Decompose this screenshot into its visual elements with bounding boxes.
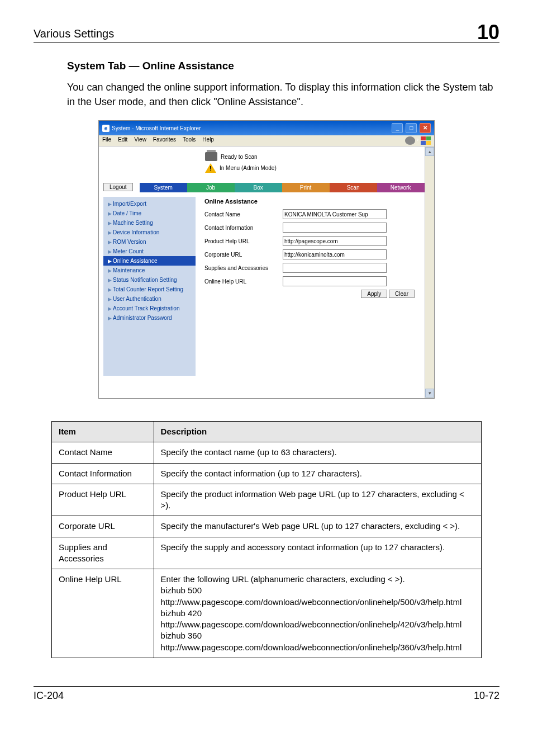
window-title: System - Microsoft Internet Explorer — [112, 125, 201, 131]
maximize-button[interactable]: □ — [406, 123, 417, 133]
menu-favorites[interactable]: Favorites — [153, 136, 176, 145]
label-product-help-url: Product Help URL — [204, 238, 283, 244]
input-supplies-accessories[interactable] — [283, 263, 387, 273]
sidebar-item-rom-version[interactable]: ▶ROM Version — [103, 237, 196, 247]
input-contact-name[interactable] — [283, 209, 387, 219]
sidebar-item-total-counter-report[interactable]: ▶Total Counter Report Setting — [103, 285, 196, 294]
label-contact-information: Contact Information — [204, 225, 283, 231]
tab-print[interactable]: Print — [282, 183, 330, 192]
cell-desc: Specify the manufacturer's Web page URL … — [154, 516, 481, 537]
footer-right: 10-72 — [474, 690, 499, 702]
sidebar-item-maintenance[interactable]: ▶Maintenance — [103, 266, 196, 275]
header-left: Various Settings — [34, 27, 114, 42]
table-row: Online Help URL Enter the following URL … — [52, 569, 482, 658]
sidebar-item-admin-password[interactable]: ▶Administrator Password — [103, 313, 196, 323]
input-corporate-url[interactable] — [283, 249, 387, 259]
cell-item: Corporate URL — [52, 516, 154, 537]
cell-desc: Specify the contact name (up to 63 chara… — [154, 442, 481, 463]
screenshot-window: e System - Microsoft Internet Explorer _… — [98, 120, 435, 399]
label-corporate-url: Corporate URL — [204, 252, 283, 258]
page-footer: IC-204 10-72 — [34, 686, 499, 702]
cell-item: Product Help URL — [52, 484, 154, 516]
content-heading: Online Assistance — [204, 198, 417, 205]
sidebar-item-device-information[interactable]: ▶Device Information — [103, 228, 196, 237]
label-online-help-url: Online Help URL — [204, 278, 283, 285]
section-intro: You can changed the online support infor… — [67, 80, 499, 109]
input-online-help-url[interactable] — [283, 276, 387, 286]
description-table: Item Description Contact Name Specify th… — [51, 421, 482, 658]
input-contact-information[interactable] — [283, 223, 387, 233]
cell-item: Online Help URL — [52, 569, 154, 658]
sidebar: ▶Import/Export ▶Date / Time ▶Machine Set… — [103, 197, 196, 376]
titlebar: e System - Microsoft Internet Explorer _… — [99, 121, 434, 135]
cell-desc: Enter the following URL (alphanumeric ch… — [154, 569, 481, 658]
scrollbar[interactable]: ▴ ▾ — [425, 147, 434, 398]
warning-icon — [205, 163, 216, 173]
cell-desc: Specify the product information Web page… — [154, 484, 481, 516]
sidebar-item-machine-setting[interactable]: ▶Machine Setting — [103, 218, 196, 228]
logout-button[interactable]: Logout — [103, 183, 133, 191]
input-product-help-url[interactable] — [283, 236, 387, 246]
cell-item: Supplies and Accessories — [52, 537, 154, 569]
page-header: Various Settings 10 — [34, 22, 499, 43]
cell-desc: Specify the supply and accessory contact… — [154, 537, 481, 569]
th-item: Item — [52, 422, 154, 442]
table-row: Contact Information Specify the contact … — [52, 463, 482, 484]
tab-job[interactable]: Job — [187, 183, 235, 192]
table-row: Corporate URL Specify the manufacturer's… — [52, 516, 482, 537]
tab-bar: Logout System Job Box Print Scan Network — [103, 183, 425, 192]
scroll-down-arrow[interactable]: ▾ — [425, 389, 434, 398]
menu-view[interactable]: View — [134, 136, 146, 145]
tab-scan[interactable]: Scan — [330, 183, 377, 192]
menu-help[interactable]: Help — [202, 136, 214, 145]
section-title: System Tab — Online Assistance — [67, 60, 499, 72]
menu-edit[interactable]: Edit — [118, 136, 127, 145]
sidebar-item-import-export[interactable]: ▶Import/Export — [103, 199, 196, 209]
sidebar-item-user-authentication[interactable]: ▶User Authentication — [103, 294, 196, 304]
sidebar-item-online-assistance[interactable]: ▶Online Assistance — [103, 256, 196, 266]
clear-button[interactable]: Clear — [389, 290, 415, 298]
apply-button[interactable]: Apply — [361, 290, 387, 298]
table-row: Product Help URL Specify the product inf… — [52, 484, 482, 516]
label-supplies-accessories: Supplies and Accessories — [204, 265, 283, 271]
table-row: Contact Name Specify the contact name (u… — [52, 442, 482, 463]
status-mode: In Menu (Admin Mode) — [220, 165, 277, 171]
status-area: Ready to Scan In Menu (Admin Mode) — [99, 147, 425, 183]
th-description: Description — [154, 422, 481, 442]
printer-icon — [205, 152, 217, 161]
cell-item: Contact Name — [52, 442, 154, 463]
menu-tools[interactable]: Tools — [183, 136, 196, 145]
menu-file[interactable]: File — [102, 136, 111, 145]
links-icon[interactable] — [405, 136, 415, 145]
sidebar-item-status-notification[interactable]: ▶Status Notification Setting — [103, 275, 196, 285]
menubar: File Edit View Favorites Tools Help — [99, 135, 434, 147]
windows-flag-icon — [421, 136, 431, 145]
label-contact-name: Contact Name — [204, 211, 283, 218]
scroll-up-arrow[interactable]: ▴ — [425, 147, 434, 156]
header-right: 10 — [477, 22, 499, 42]
window-buttons: _ □ ✕ — [391, 123, 431, 133]
tab-box[interactable]: Box — [235, 183, 282, 192]
close-button[interactable]: ✕ — [420, 123, 431, 133]
cell-desc: Specify the contact information (up to 1… — [154, 463, 481, 484]
table-row: Supplies and Accessories Specify the sup… — [52, 537, 482, 569]
sidebar-item-date-time[interactable]: ▶Date / Time — [103, 209, 196, 218]
tab-network[interactable]: Network — [377, 183, 425, 192]
sidebar-item-account-track[interactable]: ▶Account Track Registration — [103, 304, 196, 313]
footer-left: IC-204 — [34, 690, 64, 702]
ie-icon: e — [102, 125, 110, 132]
tab-system[interactable]: System — [140, 183, 187, 192]
cell-item: Contact Information — [52, 463, 154, 484]
content-panel: Online Assistance Contact Name Contact I… — [201, 197, 420, 376]
minimize-button[interactable]: _ — [392, 123, 403, 133]
status-ready: Ready to Scan — [221, 154, 258, 160]
sidebar-item-meter-count[interactable]: ▶Meter Count — [103, 247, 196, 256]
